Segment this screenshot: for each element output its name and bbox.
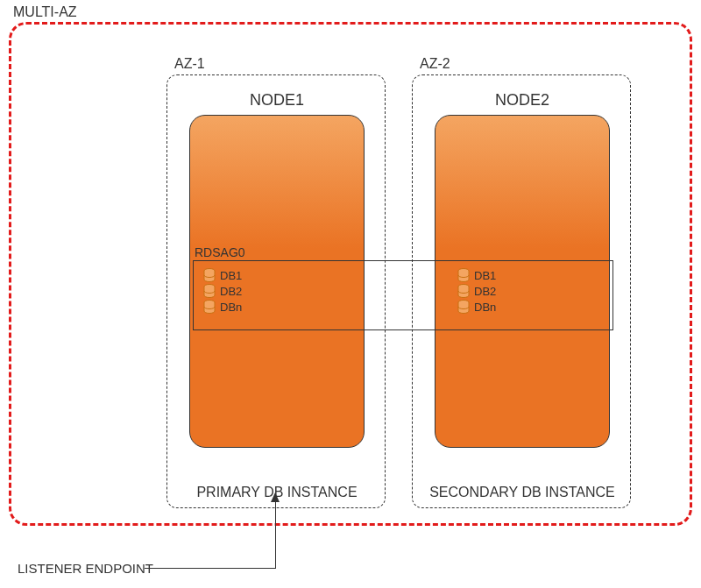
secondary-instance-label: SECONDARY DB INSTANCE (413, 484, 632, 502)
db-item: DB2 (457, 284, 545, 298)
listener-arrow-icon (271, 492, 280, 502)
database-icon (203, 268, 216, 282)
db-item: DB2 (203, 284, 291, 298)
database-icon (457, 300, 470, 314)
db-item: DB1 (457, 268, 545, 282)
db-item: DB1 (203, 268, 291, 282)
rdsag-label: RDSAG0 (195, 245, 245, 259)
db-label: DB2 (220, 285, 242, 298)
node2-label: NODE2 (413, 91, 632, 110)
listener-connector-vertical (275, 499, 276, 569)
az-1-label: AZ-1 (174, 56, 205, 72)
database-icon (457, 268, 470, 282)
listener-connector-horizontal (145, 568, 276, 569)
db-label: DB2 (474, 285, 496, 298)
database-icon (203, 284, 216, 298)
database-icon (457, 284, 470, 298)
node1-label: NODE1 (167, 91, 386, 110)
db-label: DBn (474, 301, 496, 314)
db-list-node2: DB1 DB2 DBn (457, 268, 545, 315)
az-2-label: AZ-2 (420, 56, 450, 72)
db-label: DBn (220, 301, 242, 314)
db-item: DBn (203, 300, 291, 314)
database-icon (203, 300, 216, 314)
db-item: DBn (457, 300, 545, 314)
listener-endpoint-label: LISTENER ENDPOINT (18, 561, 153, 576)
db-label: DB1 (220, 269, 242, 282)
db-list-node1: DB1 DB2 DBn (203, 268, 291, 315)
multi-az-title: MULTI-AZ (13, 4, 77, 20)
db-label: DB1 (474, 269, 496, 282)
